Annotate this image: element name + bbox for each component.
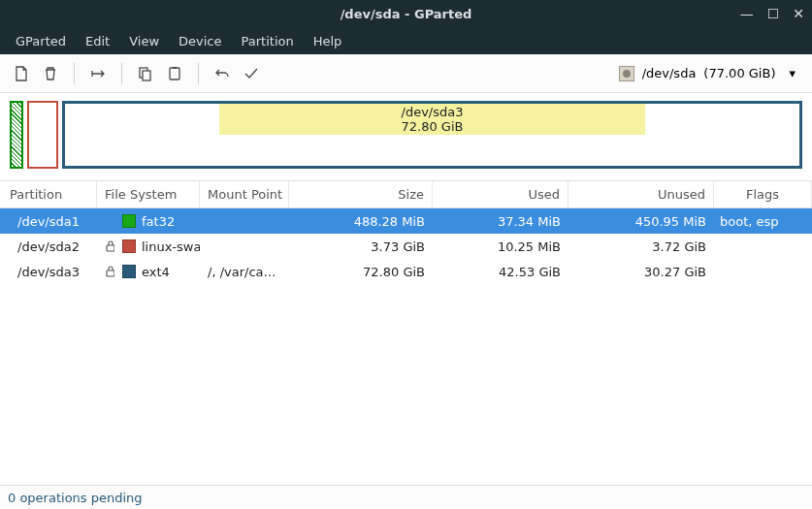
resize-icon [90, 66, 106, 81]
table-body: /dev/sda1fat32488.28 MiB37.34 MiB450.95 … [0, 208, 812, 284]
menu-partition[interactable]: Partition [234, 30, 302, 52]
menu-edit[interactable]: Edit [78, 30, 117, 52]
cell-used: 42.53 GiB [433, 265, 568, 279]
undo-icon [214, 66, 230, 81]
col-filesystem[interactable]: File System [97, 181, 200, 207]
cell-size: 3.73 GiB [289, 239, 433, 254]
device-size: (77.00 GiB) [703, 66, 775, 80]
menu-device[interactable]: Device [171, 30, 229, 52]
apply-button[interactable] [238, 60, 265, 87]
lock-icon [97, 266, 114, 277]
menu-gparted[interactable]: GParted [8, 30, 74, 52]
delete-partition-button[interactable] [37, 60, 64, 87]
map-partition-sda3[interactable]: /dev/sda3 72.80 GiB [62, 101, 802, 169]
cell-filesystem: linux-swap [114, 239, 200, 254]
maximize-button[interactable]: ☐ [767, 7, 780, 20]
cell-filesystem: fat32 [114, 214, 200, 229]
document-new-icon [14, 66, 29, 81]
disk-icon [619, 66, 634, 81]
cell-size: 488.28 MiB [289, 214, 433, 229]
partition-map: /dev/sda3 72.80 GiB [0, 93, 812, 181]
cell-partition: /dev/sda3 [0, 265, 97, 279]
svg-rect-2 [170, 68, 179, 80]
partition-table: Partition File System Mount Point Size U… [0, 181, 812, 486]
cell-used: 10.25 MiB [433, 239, 568, 254]
map-partition-sda1[interactable] [10, 101, 23, 169]
toolbar-separator [121, 63, 122, 84]
table-row[interactable]: /dev/sda2linux-swap3.73 GiB10.25 MiB3.72… [0, 234, 812, 259]
cell-unused: 30.27 GiB [568, 265, 714, 279]
svg-rect-5 [107, 270, 114, 276]
cell-flags: boot, esp [714, 214, 812, 229]
cell-filesystem: ext4 [114, 265, 200, 279]
copy-button[interactable] [132, 60, 159, 87]
cell-mountpoint: /, /var/cach... [200, 265, 289, 279]
window-title: /dev/sda - GParted [0, 7, 812, 21]
cell-unused: 3.72 GiB [568, 239, 714, 254]
paste-button[interactable] [161, 60, 188, 87]
table-row[interactable]: /dev/sda3ext4/, /var/cach...72.80 GiB42.… [0, 259, 812, 284]
copy-icon [138, 66, 153, 81]
trash-icon [43, 66, 58, 81]
device-selector[interactable]: /dev/sda (77.00 GiB) ▾ [610, 61, 804, 86]
svg-rect-3 [173, 67, 177, 69]
new-partition-button[interactable] [8, 60, 35, 87]
fs-color-swatch [122, 239, 136, 253]
table-row[interactable]: /dev/sda1fat32488.28 MiB37.34 MiB450.95 … [0, 208, 812, 234]
toolbar-separator [74, 63, 75, 84]
toolbar-separator [198, 63, 199, 84]
map-partition-sda2[interactable] [27, 101, 58, 169]
toolbar: /dev/sda (77.00 GiB) ▾ [0, 54, 812, 93]
col-size[interactable]: Size [289, 181, 433, 207]
cell-used: 37.34 MiB [433, 214, 568, 229]
map-partition-size: 72.80 GiB [402, 119, 464, 134]
menu-help[interactable]: Help [306, 30, 350, 52]
minimize-button[interactable]: — [740, 7, 754, 20]
cell-partition: /dev/sda1 [0, 214, 97, 229]
window-controls: — ☐ ✕ [740, 7, 804, 20]
lock-icon [97, 240, 114, 252]
fs-color-swatch [122, 214, 136, 228]
fs-color-swatch [122, 265, 136, 278]
fs-name: linux-swap [142, 239, 200, 254]
menubar: GParted Edit View Device Partition Help [0, 27, 812, 54]
titlebar: /dev/sda - GParted — ☐ ✕ [0, 0, 812, 27]
col-flags[interactable]: Flags [714, 181, 812, 207]
device-name: /dev/sda [642, 66, 697, 80]
svg-rect-1 [143, 71, 150, 80]
fs-name: fat32 [142, 214, 175, 229]
undo-button[interactable] [209, 60, 236, 87]
check-icon [244, 66, 259, 81]
menu-view[interactable]: View [121, 30, 167, 52]
col-partition[interactable]: Partition [0, 181, 97, 207]
resize-move-button[interactable] [84, 60, 112, 87]
cell-unused: 450.95 MiB [568, 214, 714, 229]
close-button[interactable]: ✕ [793, 7, 804, 20]
paste-icon [167, 66, 182, 81]
chevron-down-icon: ▾ [789, 66, 796, 80]
col-mountpoint[interactable]: Mount Point [200, 181, 289, 207]
map-partition-label: /dev/sda3 [402, 105, 464, 119]
col-unused[interactable]: Unused [568, 181, 714, 207]
svg-rect-4 [107, 245, 114, 251]
map-used-region: /dev/sda3 72.80 GiB [219, 104, 645, 135]
fs-name: ext4 [142, 265, 170, 279]
map-free-region [278, 135, 587, 166]
statusbar: 0 operations pending [0, 486, 812, 509]
status-text: 0 operations pending [8, 491, 143, 505]
table-header: Partition File System Mount Point Size U… [0, 181, 812, 208]
cell-partition: /dev/sda2 [0, 239, 97, 254]
col-used[interactable]: Used [433, 181, 568, 207]
cell-size: 72.80 GiB [289, 265, 433, 279]
